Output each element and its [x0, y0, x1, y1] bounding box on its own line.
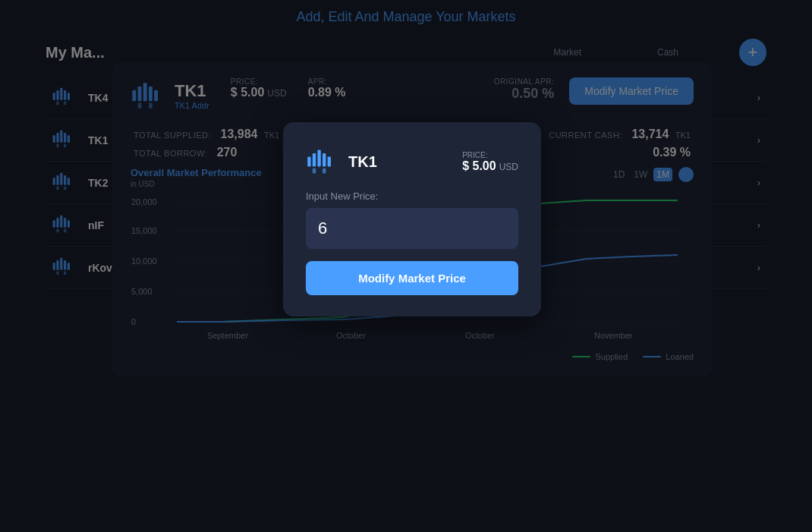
modify-price-submit-button[interactable]: Modify Market Price: [306, 261, 518, 295]
price-modal-header: TK1 PRICE: $ 5.00 USD: [306, 145, 518, 178]
price-input-modal: TK1 PRICE: $ 5.00 USD Input New Price: M…: [283, 122, 541, 316]
price-modal-price-value: $ 5.00: [462, 159, 496, 173]
price-modal-logo-icon: [306, 145, 339, 178]
price-modal-token-name: TK1: [348, 153, 377, 171]
input-new-price-label: Input New Price:: [306, 190, 518, 202]
new-price-input[interactable]: [306, 208, 518, 249]
market-detail-modal: TK1 TK1 Addr PRICE: $ 5.00 USD APR: 0.89…: [112, 62, 712, 376]
price-modal-price-section: PRICE: $ 5.00 USD: [462, 151, 518, 173]
price-modal-label: PRICE:: [462, 151, 518, 159]
price-modal-price-unit: USD: [499, 162, 518, 172]
